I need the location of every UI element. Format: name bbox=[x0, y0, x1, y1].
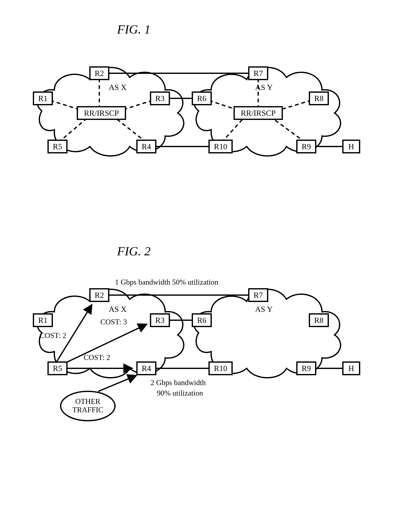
cost-r5-r2: COST: 2 bbox=[40, 331, 66, 340]
other-traffic-node: OTHER TRAFFIC bbox=[61, 391, 115, 421]
arrow-other-traffic bbox=[98, 376, 136, 391]
svg-text:R3: R3 bbox=[155, 316, 165, 325]
fig1: FIG. 1 AS X AS Y bbox=[33, 22, 360, 156]
node-rr-y: RR/IRSCP bbox=[234, 107, 282, 119]
svg-text:R3: R3 bbox=[155, 94, 165, 103]
cost-r5-r3: COST: 3 bbox=[100, 318, 127, 326]
fig2-solid-links bbox=[109, 295, 343, 368]
as-x-label: AS X bbox=[109, 83, 127, 92]
link-bottom-1: 2 Gbps bandwidth bbox=[151, 378, 206, 387]
svg-text:R6: R6 bbox=[197, 94, 206, 103]
svg-line-4 bbox=[59, 119, 86, 142]
node2-r10: R10 bbox=[209, 362, 232, 375]
svg-text:R4: R4 bbox=[142, 364, 151, 373]
fig2: FIG. 2 AS X AS Y 1 Gbps bandwidth 50% ut… bbox=[33, 244, 360, 421]
node2-r4: R4 bbox=[137, 362, 156, 375]
node2-r2: R2 bbox=[90, 289, 109, 301]
svg-text:R2: R2 bbox=[95, 291, 104, 299]
node2-r3: R3 bbox=[151, 314, 169, 326]
node2-r6: R6 bbox=[192, 314, 211, 326]
link-bottom-2: 90% utilization bbox=[157, 389, 203, 397]
svg-text:R7: R7 bbox=[254, 291, 263, 299]
node-h: H bbox=[343, 140, 360, 153]
svg-text:H: H bbox=[348, 142, 354, 151]
fig1-nodes: R1 R2 R3 R4 R5 RR/IRSCP R6 R7 R8 R9 R10 … bbox=[33, 67, 360, 153]
svg-line-8 bbox=[274, 119, 305, 142]
node2-h: H bbox=[343, 362, 360, 375]
svg-text:R9: R9 bbox=[302, 364, 311, 373]
node-r1: R1 bbox=[33, 92, 52, 105]
svg-text:TRAFFIC: TRAFFIC bbox=[72, 405, 103, 414]
svg-line-9 bbox=[222, 119, 242, 142]
svg-text:R4: R4 bbox=[142, 142, 151, 151]
as-y-label-2: AS Y bbox=[255, 305, 273, 314]
node-r5: R5 bbox=[48, 140, 67, 153]
node2-r1: R1 bbox=[33, 314, 52, 326]
node-r2: R2 bbox=[90, 67, 109, 80]
node-r9: R9 bbox=[297, 140, 316, 153]
svg-text:R1: R1 bbox=[38, 316, 48, 325]
node-r8: R8 bbox=[309, 92, 328, 105]
node2-r8: R8 bbox=[309, 314, 328, 326]
svg-text:RR/IRSCP: RR/IRSCP bbox=[84, 109, 119, 117]
svg-text:R6: R6 bbox=[197, 316, 206, 325]
node2-r9: R9 bbox=[297, 362, 316, 375]
svg-text:H: H bbox=[348, 364, 354, 373]
fig1-title: FIG. 1 bbox=[117, 22, 151, 36]
svg-text:R9: R9 bbox=[302, 142, 311, 151]
node-r7: R7 bbox=[249, 67, 268, 80]
node-rr-x: RR/IRSCP bbox=[77, 107, 125, 119]
svg-text:RR/IRSCP: RR/IRSCP bbox=[241, 109, 276, 117]
node-r10: R10 bbox=[209, 140, 232, 153]
node2-r5: R5 bbox=[48, 362, 67, 375]
node-r3: R3 bbox=[151, 92, 169, 105]
svg-text:R1: R1 bbox=[38, 94, 48, 103]
svg-text:R8: R8 bbox=[314, 316, 323, 325]
svg-text:R10: R10 bbox=[214, 364, 227, 373]
svg-text:R5: R5 bbox=[53, 364, 62, 373]
node2-r7: R7 bbox=[249, 289, 268, 301]
link-top-annot: 1 Gbps bandwidth 50% utilization bbox=[115, 278, 218, 286]
cost-r5-r4: COST: 2 bbox=[84, 353, 110, 362]
svg-text:R10: R10 bbox=[214, 142, 227, 151]
node-r4: R4 bbox=[137, 140, 156, 153]
svg-text:R7: R7 bbox=[254, 69, 263, 78]
svg-text:OTHER: OTHER bbox=[75, 397, 100, 405]
fig1-solid-links bbox=[109, 73, 343, 146]
fig2-title: FIG. 2 bbox=[117, 244, 151, 258]
fig2-nodes: R1 R2 R3 R4 R5 R6 R7 R8 R9 R10 H bbox=[33, 289, 360, 375]
svg-text:R8: R8 bbox=[314, 94, 323, 103]
node-r6: R6 bbox=[192, 92, 211, 105]
svg-text:R5: R5 bbox=[53, 142, 62, 151]
svg-text:R2: R2 bbox=[95, 69, 104, 78]
as-x-label-2: AS X bbox=[109, 305, 127, 314]
svg-line-3 bbox=[117, 119, 146, 142]
